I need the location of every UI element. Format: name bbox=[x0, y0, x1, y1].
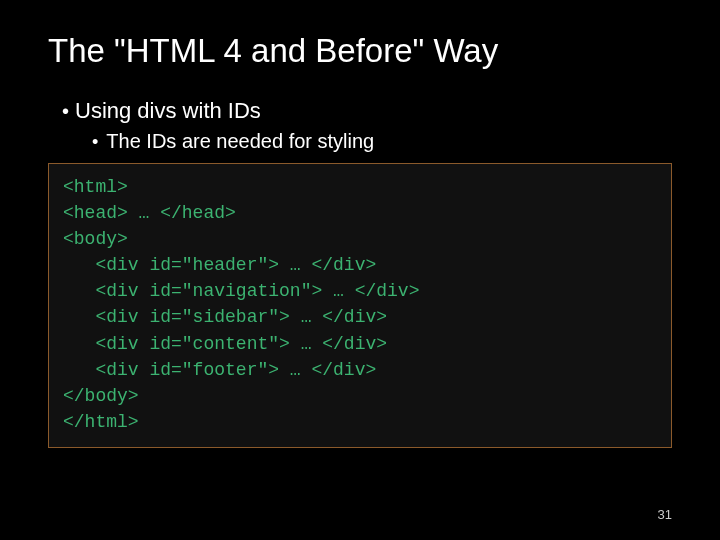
code-line: <div id="header"> … </div> bbox=[63, 255, 376, 275]
code-line: </body> bbox=[63, 386, 139, 406]
code-line: <html> bbox=[63, 177, 128, 197]
code-line: <div id="footer"> … </div> bbox=[63, 360, 376, 380]
code-line: <body> bbox=[63, 229, 128, 249]
bullet-list: Using divs with IDs The IDs are needed f… bbox=[48, 98, 672, 153]
code-line: <div id="navigation"> … </div> bbox=[63, 281, 419, 301]
bullet-text: The IDs are needed for styling bbox=[106, 130, 374, 153]
code-line: <div id="sidebar"> … </div> bbox=[63, 307, 387, 327]
slide-title: The "HTML 4 and Before" Way bbox=[48, 32, 672, 70]
bullet-level-2: The IDs are needed for styling bbox=[92, 130, 672, 153]
code-line: <head> … </head> bbox=[63, 203, 236, 223]
code-line: </html> bbox=[63, 412, 139, 432]
page-number: 31 bbox=[658, 507, 672, 522]
bullet-level-1: Using divs with IDs bbox=[62, 98, 672, 124]
code-line: <div id="content"> … </div> bbox=[63, 334, 387, 354]
code-block: <html> <head> … </head> <body> <div id="… bbox=[48, 163, 672, 448]
slide: The "HTML 4 and Before" Way Using divs w… bbox=[0, 0, 720, 448]
bullet-text: Using divs with IDs bbox=[75, 98, 261, 124]
